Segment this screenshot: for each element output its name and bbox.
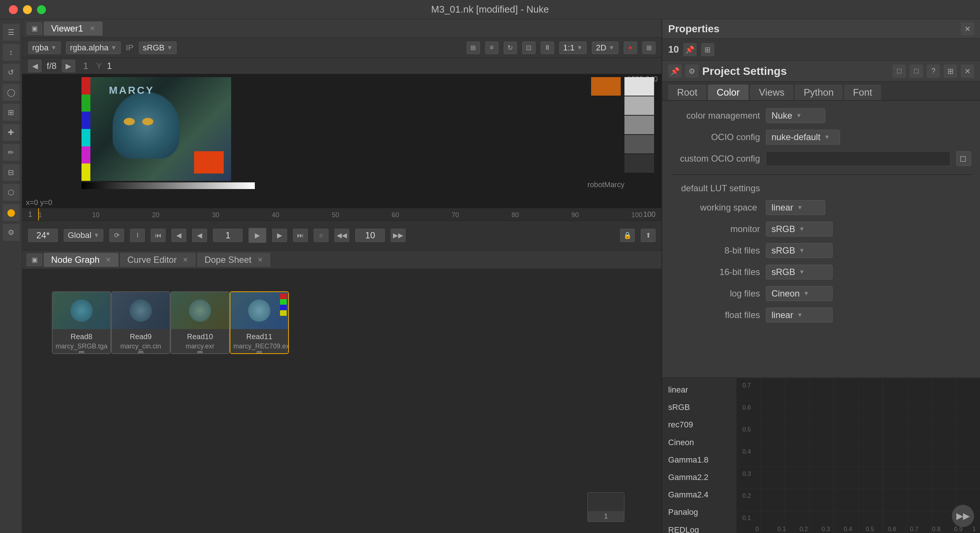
viewer-settings-btn[interactable]: ⊞ xyxy=(642,41,655,54)
tool-menu[interactable]: ☰ xyxy=(3,24,20,41)
cs-gamma22[interactable]: Gamma2.2 xyxy=(662,469,736,486)
viewer-tab-1[interactable]: Viewer1 ✕ xyxy=(44,21,103,35)
panel-icon[interactable]: ▣ xyxy=(27,254,42,266)
cs-linear[interactable]: linear xyxy=(662,381,736,399)
tab-node-graph[interactable]: Node Graph ✕ xyxy=(44,253,119,267)
monitor-select[interactable]: sRGB ▼ xyxy=(766,222,833,236)
node-read11-out[interactable] xyxy=(257,351,262,354)
node-graph-canvas[interactable]: Read8 marcy_SRGB.tga Read9 marcy_cin.cin xyxy=(22,269,662,533)
viewer-list-btn[interactable]: ≡ xyxy=(485,41,498,54)
tab-python[interactable]: Python xyxy=(795,85,843,100)
node-read8[interactable]: Read8 marcy_SRGB.tga xyxy=(52,291,111,354)
current-frame[interactable]: 1 xyxy=(213,229,243,242)
viewer-pause-btn[interactable]: ⏸ xyxy=(541,41,554,54)
prev-frame-btn[interactable]: ◀ xyxy=(28,60,41,72)
skip-end-btn[interactable]: ⏭ xyxy=(293,229,308,242)
minimize-button[interactable] xyxy=(23,5,32,14)
custom-ocio-browse[interactable]: □ xyxy=(956,151,971,166)
tab-views[interactable]: Views xyxy=(750,85,793,100)
tool-plus[interactable]: ✚ xyxy=(3,124,20,141)
step-btn[interactable]: ▶ xyxy=(272,229,287,242)
tool-stamp[interactable]: ⬡ xyxy=(3,184,20,201)
viewer-fit-btn[interactable]: ⊞ xyxy=(467,41,480,54)
tool-layers[interactable]: ⊞ xyxy=(3,104,20,121)
skip-start-btn[interactable]: ⏮ xyxy=(151,229,165,242)
tool-rotate[interactable]: ↺ xyxy=(3,64,20,81)
tool-color-wheel[interactable]: ⬤ xyxy=(3,204,20,221)
back-btn[interactable]: ◀ xyxy=(192,229,207,242)
back-step-btn[interactable]: ◀◀ xyxy=(334,229,349,242)
viewer-crop-btn[interactable]: ⊡ xyxy=(522,41,536,54)
zoom-select[interactable]: 1:1 ▼ xyxy=(559,41,587,54)
viewer-refresh-btn[interactable]: ↻ xyxy=(504,41,517,54)
tool-layers2[interactable]: ⊟ xyxy=(3,164,20,181)
node-small[interactable]: 1 xyxy=(587,492,624,522)
curve-graph[interactable]: 0.7 0.6 0.5 0.4 0.3 0.2 0.1 0 0.1 0.2 0.… xyxy=(736,378,980,533)
tool-transform[interactable]: ↕ xyxy=(3,44,20,61)
working-space-select[interactable]: linear ▼ xyxy=(766,200,825,215)
next-frame-btn[interactable]: ▶ xyxy=(62,60,75,72)
colorspace-select[interactable]: sRGB ▼ xyxy=(139,41,177,54)
tool-circle[interactable]: ◯ xyxy=(3,84,20,101)
node-read11[interactable]: Read11 marcy_REC709.ex xyxy=(230,291,289,354)
lock-btn[interactable]: 🔒 xyxy=(620,229,635,242)
tab-root[interactable]: Root xyxy=(668,85,706,100)
loop-btn[interactable]: ○ xyxy=(314,229,329,242)
bit8-select[interactable]: sRGB ▼ xyxy=(766,243,833,258)
tab-font[interactable]: Font xyxy=(844,85,881,100)
viewer-panel-icon[interactable]: ▣ xyxy=(27,22,42,35)
ps-close-btn[interactable]: ✕ xyxy=(961,64,974,78)
dope-sheet-close[interactable]: ✕ xyxy=(258,256,263,264)
ps-camera-btn[interactable]: □ xyxy=(892,64,906,78)
fwd-step-btn[interactable]: ▶▶ xyxy=(391,229,406,242)
cs-gamma18[interactable]: Gamma1.8 xyxy=(662,451,736,469)
mark-in-btn[interactable]: I xyxy=(130,229,145,242)
node-read9-out[interactable] xyxy=(138,351,143,354)
viewer-canvas[interactable]: 1280,840 MARCY xyxy=(22,74,662,207)
channel-mode-select[interactable]: rgba.alpha ▼ xyxy=(66,41,121,54)
export-btn[interactable]: ⬆ xyxy=(641,229,655,242)
tool-settings[interactable]: ⚙ xyxy=(3,224,20,241)
tab-curve-editor[interactable]: Curve Editor ✕ xyxy=(120,253,196,267)
node-read9[interactable]: Read9 marcy_cin.cin xyxy=(111,291,170,354)
node-read10-out[interactable] xyxy=(197,351,203,354)
viewer-tab-close[interactable]: ✕ xyxy=(90,24,95,33)
fps-display[interactable]: 24* xyxy=(28,229,58,242)
playback-mode-select[interactable]: Global ▼ xyxy=(64,229,103,242)
ps-info-btn[interactable]: ⚙ xyxy=(685,64,698,78)
curve-play-btn[interactable]: ▶▶ xyxy=(952,505,974,527)
maximize-button[interactable] xyxy=(37,5,46,14)
log-files-select[interactable]: Cineon ▼ xyxy=(766,286,833,301)
cs-gamma24[interactable]: Gamma2.4 xyxy=(662,486,736,503)
props-close-btn[interactable]: ✕ xyxy=(961,22,974,35)
view-mode-select[interactable]: 2D ▼ xyxy=(592,41,619,54)
tab-color[interactable]: Color xyxy=(708,85,749,100)
cs-rec709[interactable]: rec709 xyxy=(662,416,736,433)
ps-help-btn[interactable]: ? xyxy=(927,64,940,78)
ps-float-btn[interactable]: ⊞ xyxy=(944,64,957,78)
pin-btn[interactable]: 📌 xyxy=(683,43,697,56)
colorspace-list[interactable]: linear sRGB rec709 Cineon Gamma1.8 Gamma… xyxy=(662,378,736,533)
ps-frame-btn[interactable]: □ xyxy=(910,64,923,78)
prev-btn[interactable]: ◀ xyxy=(172,229,186,242)
step-size[interactable]: 10 xyxy=(355,229,385,242)
float-files-select[interactable]: linear ▼ xyxy=(766,308,833,322)
bit16-select[interactable]: sRGB ▼ xyxy=(766,265,833,279)
ps-pin-btn[interactable]: 📌 xyxy=(668,64,681,78)
node-read10[interactable]: Read10 marcy.exr xyxy=(170,291,230,354)
cs-redlog[interactable]: REDLog xyxy=(662,521,736,533)
custom-ocio-input[interactable] xyxy=(766,151,950,166)
ocio-config-select[interactable]: nuke-default ▼ xyxy=(766,130,840,145)
node-read8-out[interactable] xyxy=(79,351,84,354)
window-controls[interactable] xyxy=(9,5,46,14)
cs-panalog[interactable]: Panalog xyxy=(662,503,736,521)
tab-dope-sheet[interactable]: Dope Sheet ✕ xyxy=(197,253,270,267)
cs-srgb[interactable]: sRGB xyxy=(662,399,736,416)
tool-pencil[interactable]: ✏ xyxy=(3,144,20,161)
channels-select[interactable]: rgba ▼ xyxy=(28,41,61,54)
viewer-color-btn[interactable]: ● xyxy=(624,41,637,54)
sync-btn[interactable]: ⟳ xyxy=(109,229,124,242)
float-btn[interactable]: ⊞ xyxy=(701,43,714,56)
node-graph-close[interactable]: ✕ xyxy=(105,256,111,264)
cs-cineon[interactable]: Cineon xyxy=(662,434,736,451)
